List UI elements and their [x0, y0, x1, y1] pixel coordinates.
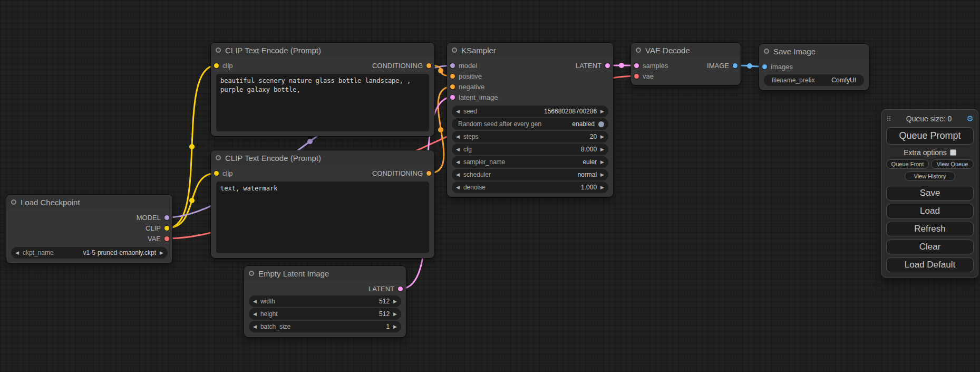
collapse-dot-icon[interactable]	[249, 271, 254, 276]
increment-arrow-icon[interactable]: ▶	[393, 324, 397, 329]
clear-button[interactable]: Clear	[886, 240, 974, 254]
width-widget[interactable]: ◀ width 512 ▶	[249, 296, 401, 307]
cfg-widget[interactable]: ◀ cfg 8.000 ▶	[452, 144, 608, 155]
clip-output-slot[interactable]	[164, 226, 169, 231]
widget-label: steps	[463, 133, 590, 140]
node-clip-text-encode-negative[interactable]: CLIP Text Encode (Prompt) clip CONDITION…	[211, 150, 434, 258]
prev-arrow-icon[interactable]: ◀	[456, 159, 460, 165]
node-ksampler[interactable]: KSampler model LATENT positive	[447, 43, 613, 197]
widget-value: normal	[577, 171, 597, 178]
vae-output-slot[interactable]	[164, 236, 169, 241]
next-arrow-icon[interactable]: ▶	[600, 172, 604, 177]
widget-label: ckpt_name	[23, 249, 83, 256]
batch-size-widget[interactable]: ◀ batch_size 1 ▶	[249, 321, 401, 332]
sampler-name-widget[interactable]: ◀ sampler_name euler ▶	[452, 157, 608, 167]
decrement-arrow-icon[interactable]: ◀	[253, 324, 257, 329]
seed-widget[interactable]: ◀ seed 156680208700286 ▶	[452, 106, 608, 117]
increment-arrow-icon[interactable]: ▶	[393, 311, 397, 317]
node-title-bar[interactable]: Empty Latent Image	[244, 266, 406, 281]
collapse-dot-icon[interactable]	[636, 47, 641, 53]
node-title: KSampler	[461, 46, 496, 55]
input-label-negative: negative	[459, 83, 484, 91]
decrement-arrow-icon[interactable]: ◀	[456, 147, 460, 152]
decrement-arrow-icon[interactable]: ◀	[456, 109, 460, 114]
decrement-arrow-icon[interactable]: ◀	[253, 299, 257, 304]
model-output-slot[interactable]	[164, 215, 169, 220]
graph-canvas[interactable]: Load Checkpoint MODEL CLIP VAE	[0, 0, 980, 372]
negative-input-slot[interactable]	[450, 84, 455, 89]
negative-prompt-textarea[interactable]: text, watermark	[216, 182, 429, 253]
increment-arrow-icon[interactable]: ▶	[600, 147, 604, 152]
denoise-widget[interactable]: ◀ denoise 1.000 ▶	[452, 182, 608, 193]
positive-input-slot[interactable]	[450, 74, 455, 79]
output-label-model: MODEL	[137, 214, 161, 222]
decrement-arrow-icon[interactable]: ◀	[253, 311, 257, 317]
load-button[interactable]: Load	[886, 204, 974, 218]
node-title-bar[interactable]: KSampler	[447, 43, 613, 58]
increment-arrow-icon[interactable]: ▶	[600, 185, 604, 190]
increment-arrow-icon[interactable]: ▶	[393, 299, 397, 304]
wire-clip-to-negative-prompt	[168, 173, 216, 228]
collapse-dot-icon[interactable]	[452, 47, 457, 53]
refresh-button[interactable]: Refresh	[886, 222, 974, 236]
vae-input-slot[interactable]	[634, 74, 639, 79]
increment-arrow-icon[interactable]: ▶	[600, 134, 604, 139]
scheduler-widget[interactable]: ◀ scheduler normal ▶	[452, 169, 608, 180]
clip-input-slot[interactable]	[214, 63, 219, 68]
node-load-checkpoint[interactable]: Load Checkpoint MODEL CLIP VAE	[6, 195, 172, 263]
random-seed-toggle-widget[interactable]: Random seed after every gen enabled	[452, 119, 608, 129]
node-vae-decode[interactable]: VAE Decode samples IMAGE vae	[631, 43, 741, 85]
widget-value: 512	[379, 298, 390, 305]
input-label-clip: clip	[222, 62, 233, 70]
clip-input-slot[interactable]	[214, 171, 219, 176]
images-input-slot[interactable]	[762, 64, 767, 69]
decrement-arrow-icon[interactable]: ◀	[456, 134, 460, 139]
steps-widget[interactable]: ◀ steps 20 ▶	[452, 131, 608, 142]
prev-arrow-icon[interactable]: ◀	[15, 250, 19, 255]
model-input-slot[interactable]	[450, 63, 455, 68]
queue-prompt-button[interactable]: Queue Prompt	[886, 127, 974, 145]
samples-input-slot[interactable]	[634, 63, 639, 68]
load-default-button[interactable]: Load Default	[886, 257, 974, 272]
collapse-dot-icon[interactable]	[11, 199, 16, 205]
collapse-dot-icon[interactable]	[216, 155, 221, 160]
toggle-dot-icon[interactable]	[598, 121, 604, 127]
widget-label: cfg	[463, 146, 581, 153]
node-save-image[interactable]: Save Image images filename_prefix ComfyU…	[759, 44, 869, 90]
image-output-slot[interactable]	[733, 63, 738, 68]
prev-arrow-icon[interactable]: ◀	[456, 172, 460, 177]
output-label-conditioning: CONDITIONING	[372, 169, 423, 177]
node-title-bar[interactable]: VAE Decode	[631, 43, 741, 58]
node-title-bar[interactable]: CLIP Text Encode (Prompt)	[211, 43, 434, 58]
node-empty-latent-image[interactable]: Empty Latent Image LATENT ◀ width 512 ▶ …	[244, 266, 406, 337]
extra-options-checkbox[interactable]	[950, 149, 956, 156]
node-title-bar[interactable]: CLIP Text Encode (Prompt)	[211, 150, 434, 165]
view-history-button[interactable]: View History	[905, 171, 955, 181]
link-midpoint-dot	[747, 63, 752, 69]
node-title-bar[interactable]: Load Checkpoint	[6, 195, 172, 209]
conditioning-output-slot[interactable]	[426, 63, 431, 68]
positive-prompt-textarea[interactable]: beautiful scenery nature glass bottle la…	[216, 74, 429, 131]
queue-front-button[interactable]: Queue Front	[886, 159, 929, 169]
save-button[interactable]: Save	[886, 186, 974, 201]
latent-image-input-slot[interactable]	[450, 95, 455, 100]
node-clip-text-encode-positive[interactable]: CLIP Text Encode (Prompt) clip CONDITION…	[211, 43, 434, 136]
latent-output-slot[interactable]	[398, 287, 403, 291]
collapse-dot-icon[interactable]	[216, 47, 221, 53]
conditioning-output-slot[interactable]	[426, 171, 431, 176]
output-label-latent: LATENT	[576, 62, 601, 70]
drag-handle-icon[interactable]: ⠿	[886, 115, 891, 123]
filename-prefix-widget[interactable]: filename_prefix ComfyUI	[764, 75, 863, 85]
decrement-arrow-icon[interactable]: ◀	[456, 185, 460, 190]
ckpt-name-widget[interactable]: ◀ ckpt_name v1-5-pruned-emaonly.ckpt ▶	[12, 247, 167, 258]
next-arrow-icon[interactable]: ▶	[600, 159, 604, 165]
node-title-bar[interactable]: Save Image	[759, 44, 869, 59]
settings-gear-icon[interactable]: ⚙	[967, 114, 974, 123]
collapse-dot-icon[interactable]	[764, 49, 769, 54]
node-title: CLIP Text Encode (Prompt)	[225, 154, 321, 163]
increment-arrow-icon[interactable]: ▶	[600, 109, 604, 114]
height-widget[interactable]: ◀ height 512 ▶	[249, 309, 401, 319]
latent-output-slot[interactable]	[605, 63, 610, 68]
view-queue-button[interactable]: View Queue	[931, 159, 974, 169]
next-arrow-icon[interactable]: ▶	[160, 250, 163, 255]
